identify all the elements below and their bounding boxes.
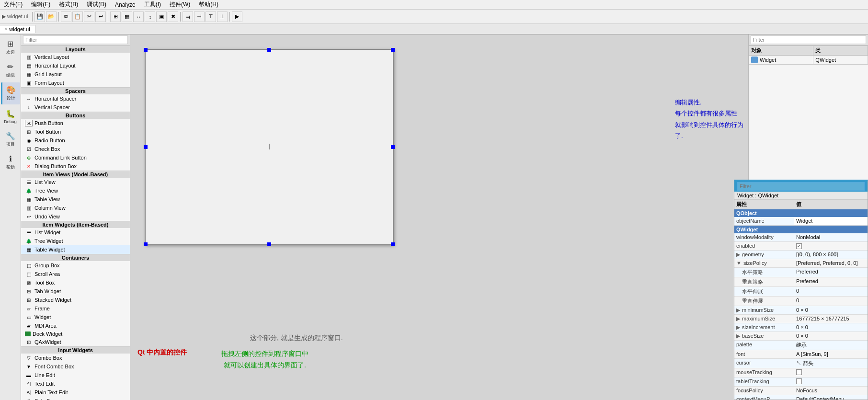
prop-val-palette[interactable]: 继承	[794, 341, 868, 350]
prop-windowModality[interactable]: windowModality NonModal	[734, 233, 868, 242]
widget-item-dock-widget[interactable]: Dock Widget	[21, 330, 130, 338]
handle-bottom-left[interactable]	[144, 242, 148, 246]
toolbar-icon-preview[interactable]: ▶	[232, 11, 242, 22]
prop-tabletTracking[interactable]: tabletTracking	[734, 377, 868, 387]
toolbar-icon-align-t[interactable]: ⊤	[206, 11, 216, 22]
toolbar-icon-layout-g[interactable]: ▣	[156, 11, 167, 22]
widget-item-tree-widget[interactable]: 🌲 Tree Widget	[21, 237, 130, 245]
widget-item-vertical-layout[interactable]: ▥ Vertical Layout	[21, 53, 130, 61]
toolbar-icon-paste[interactable]: 📋	[72, 11, 83, 22]
obj-row-widget[interactable]: Widget QWidget	[749, 56, 868, 65]
prop-val-vpolicy[interactable]: Preferred	[794, 277, 868, 286]
handle-middle-left[interactable]	[144, 145, 148, 149]
widget-item-table-widget[interactable]: ▦ Table Widget	[21, 245, 130, 254]
widget-item-check-box[interactable]: ☑ Check Box	[21, 145, 130, 153]
side-icon-project[interactable]: 🔧 项目	[1, 128, 20, 150]
widget-item-line-edit[interactable]: ▬ Line Edit	[21, 371, 130, 379]
mouseTracking-checkbox[interactable]	[796, 369, 802, 375]
menu-file[interactable]: 文件(F)	[2, 0, 24, 9]
widget-filter-input[interactable]	[23, 35, 128, 44]
prop-vpolicy[interactable]: 垂直策略 Preferred	[734, 277, 868, 287]
widget-item-stacked-widget[interactable]: ⊞ Stacked Widget	[21, 296, 130, 304]
enabled-checkbox[interactable]: ✓	[796, 243, 802, 249]
widget-item-font-combo-box[interactable]: ▼ Font Combo Box	[21, 362, 130, 371]
expand-maximumSize[interactable]: ▶	[736, 316, 740, 321]
toolbar-icon-copy[interactable]: ⧉	[61, 11, 71, 22]
props-filter-input[interactable]	[737, 182, 865, 191]
toolbar-icon-layout-h[interactable]: ↔	[133, 11, 144, 22]
widget-item-command-link[interactable]: ⊛ Command Link Button	[21, 153, 130, 162]
expand-sizeIncrement[interactable]: ▶	[736, 324, 740, 330]
widget-item-horizontal-spacer[interactable]: ↔ Horizontal Spacer	[21, 94, 130, 103]
widget-item-widget[interactable]: ▭ Widget	[21, 313, 130, 321]
widget-item-tool-box[interactable]: ⊠ Tool Box	[21, 278, 130, 287]
prop-val-contextMenuPolicy[interactable]: DefaultContextMenu	[794, 395, 868, 400]
prop-val-font[interactable]: A [SimSun, 9]	[794, 350, 868, 358]
prop-objectName[interactable]: objectName Widget	[734, 217, 868, 226]
handle-top-right[interactable]	[391, 48, 395, 52]
handle-middle-right[interactable]	[391, 145, 395, 149]
prop-val-tabletTracking[interactable]	[794, 377, 868, 386]
widget-item-undo-view[interactable]: ↩ Undo View	[21, 212, 130, 221]
widget-item-tab-widget[interactable]: ⊟ Tab Widget	[21, 287, 130, 296]
prop-mouseTracking[interactable]: mouseTracking	[734, 368, 868, 377]
prop-val-sizeIncrement[interactable]: 0 × 0	[794, 323, 868, 331]
widget-item-radio-button[interactable]: ◉ Radio Button	[21, 136, 130, 145]
toolbar-icon-form[interactable]: ▦	[122, 11, 132, 22]
menu-analyze[interactable]: Analyze	[113, 1, 137, 9]
widget-item-table-view[interactable]: ▦ Table View	[21, 195, 130, 204]
prop-hstretch[interactable]: 水平伸展 0	[734, 287, 868, 297]
prop-vstretch[interactable]: 垂直伸展 0	[734, 297, 868, 306]
toolbar-icon-undo[interactable]: ↩	[95, 11, 106, 22]
prop-val-objectName[interactable]: Widget	[794, 217, 868, 225]
prop-sizePolicy[interactable]: ▼sizePolicy [Preferred, Preferred, 0, 0]	[734, 259, 868, 268]
expand-geometry[interactable]: ▶	[736, 251, 740, 257]
prop-val-hstretch[interactable]: 0	[794, 287, 868, 296]
handle-top-left[interactable]	[144, 48, 148, 52]
toolbar-icon-save[interactable]: 💾	[34, 11, 45, 22]
widget-item-qaxwidget[interactable]: ⊡ QAxWidget	[21, 338, 130, 346]
handle-bottom-center[interactable]	[267, 242, 271, 246]
prop-font[interactable]: font A [SimSun, 9]	[734, 350, 868, 359]
menu-tools[interactable]: 工具(I)	[142, 0, 163, 9]
expand-sizePolicy[interactable]: ▼	[736, 260, 742, 266]
widget-item-list-view[interactable]: ☰ List View	[21, 178, 130, 186]
side-icon-welcome[interactable]: ⊞ 欢迎	[1, 36, 20, 58]
widget-item-spin-box[interactable]: ⇅ Spin Box	[21, 397, 130, 400]
widget-item-tree-view[interactable]: 🌲 Tree View	[21, 186, 130, 195]
expand-baseSize[interactable]: ▶	[736, 333, 740, 339]
expand-minimumSize[interactable]: ▶	[736, 307, 740, 313]
toolbar-icon-grid[interactable]: ⊞	[110, 11, 121, 22]
menu-edit[interactable]: 编辑(E)	[29, 0, 52, 9]
toolbar-icon-align-l[interactable]: ⫤	[183, 11, 193, 22]
prop-val-windowModality[interactable]: NonModal	[794, 233, 868, 241]
prop-minimumSize[interactable]: ▶minimumSize 0 × 0	[734, 306, 868, 315]
prop-sizeIncrement[interactable]: ▶sizeIncrement 0 × 0	[734, 323, 868, 332]
prop-val-enabled[interactable]: ✓	[794, 242, 868, 250]
prop-val-cursor[interactable]: ↖ 箭头	[794, 359, 868, 368]
widget-item-combo-box[interactable]: ▽ Combo Box	[21, 354, 130, 362]
prop-val-maximumSize[interactable]: 16777215 × 16777215	[794, 315, 868, 323]
widget-item-frame[interactable]: ▱ Frame	[21, 304, 130, 313]
prop-val-mouseTracking[interactable]	[794, 368, 868, 377]
prop-enabled[interactable]: enabled ✓	[734, 242, 868, 251]
prop-hpolicy[interactable]: 水平策略 Preferred	[734, 268, 868, 277]
design-canvas[interactable]: I 这个部分, 就是生成的程序窗口. Qt 中内置的控件 拖拽左侧的控件到程序窗…	[130, 34, 748, 400]
prop-val-vstretch[interactable]: 0	[794, 297, 868, 306]
widget-item-dialog-button-box[interactable]: ✕ Dialog Button Box	[21, 162, 130, 171]
widget-item-horizontal-layout[interactable]: ▤ Horizontal Layout	[21, 61, 130, 70]
tabletTracking-checkbox[interactable]	[796, 378, 802, 384]
toolbar-icon-open[interactable]: 📂	[46, 11, 57, 22]
prop-val-geometry[interactable]: [(0, 0), 800 × 600]	[794, 251, 868, 259]
object-filter-input[interactable]	[751, 35, 866, 44]
menu-widget[interactable]: 控件(W)	[168, 0, 192, 9]
tab-widget-ui[interactable]: × widget.ui	[0, 25, 35, 33]
toolbar-icon-break[interactable]: ✖	[168, 11, 178, 22]
side-icon-debug[interactable]: 🐛 Debug	[1, 105, 20, 127]
side-icon-help[interactable]: ℹ 帮助	[1, 151, 20, 173]
widget-item-vertical-spacer[interactable]: ↕ Vertical Spacer	[21, 103, 130, 112]
canvas-widget-window[interactable]: I	[145, 49, 394, 245]
prop-geometry[interactable]: ▶geometry [(0, 0), 800 × 600]	[734, 251, 868, 259]
prop-focusPolicy[interactable]: focusPolicy NoFocus	[734, 387, 868, 395]
prop-contextMenuPolicy[interactable]: contextMenuP... DefaultContextMenu	[734, 395, 868, 400]
